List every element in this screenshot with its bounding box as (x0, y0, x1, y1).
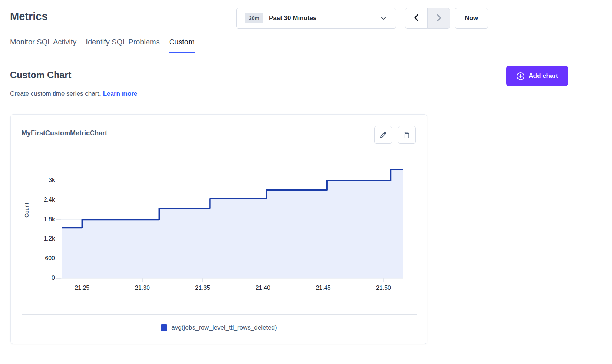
add-chart-label: Add chart (529, 72, 558, 80)
now-button[interactable]: Now (455, 8, 488, 29)
pencil-icon (379, 131, 387, 139)
plus-circle-icon (516, 72, 525, 80)
chart-card: MyFirstCustomMetricChart Count 06001.2k1… (10, 114, 427, 344)
x-tick-label: 21:45 (316, 285, 330, 291)
x-tick-label: 21:50 (376, 285, 391, 291)
time-nav-group (405, 8, 450, 29)
y-tick-label: 600 (45, 255, 55, 262)
x-tick-mark (202, 278, 203, 282)
section-description-text: Create custom time series chart. (10, 90, 101, 97)
add-chart-button[interactable]: Add chart (506, 66, 568, 86)
chevron-down-icon (381, 16, 386, 20)
series-area (62, 169, 403, 278)
tab-identify-sql-problems[interactable]: Identify SQL Problems (86, 38, 159, 53)
x-tick-mark (383, 278, 384, 282)
y-tick-label: 1.2k (44, 235, 55, 242)
x-tick-mark (82, 278, 82, 282)
legend-swatch (161, 324, 167, 331)
chart-canvas (62, 156, 403, 278)
section-description: Create custom time series chart.Learn mo… (10, 90, 137, 97)
trash-icon (403, 131, 411, 139)
tab-bar: Monitor SQL Activity Identify SQL Proble… (10, 38, 195, 53)
metrics-page: Metrics 30m Past 30 Minutes Now Monitor … (0, 0, 612, 364)
x-tick-mark (263, 278, 263, 282)
x-tick-label: 21:40 (256, 285, 270, 291)
prev-range-button[interactable] (405, 8, 428, 29)
tab-monitor-sql-activity[interactable]: Monitor SQL Activity (10, 38, 76, 53)
y-tick-label: 2.4k (44, 196, 55, 203)
y-axis-ticks: 06001.2k1.8k2.4k3k (22, 115, 55, 344)
time-range-select[interactable]: 30m Past 30 Minutes (236, 8, 396, 29)
x-tick-mark (142, 278, 143, 282)
page-title: Metrics (10, 10, 48, 23)
time-range-label: Past 30 Minutes (269, 14, 317, 22)
next-range-button[interactable] (427, 8, 450, 29)
delete-chart-button[interactable] (398, 126, 416, 144)
chart-plot[interactable] (62, 156, 403, 278)
y-tick-label: 3k (49, 177, 55, 183)
edit-chart-button[interactable] (374, 126, 392, 144)
learn-more-link[interactable]: Learn more (103, 90, 138, 97)
legend-divider (22, 314, 417, 315)
tab-custom[interactable]: Custom (169, 38, 195, 53)
x-tick-label: 21:30 (135, 285, 150, 291)
legend-label: avg(jobs_row_level_ttl_rows_deleted) (171, 324, 277, 331)
time-range-badge: 30m (245, 13, 263, 23)
chart-legend[interactable]: avg(jobs_row_level_ttl_rows_deleted) (11, 324, 427, 331)
x-tick-label: 21:25 (75, 285, 89, 291)
section-heading: Custom Chart (10, 70, 71, 80)
x-tick-mark (323, 278, 323, 282)
y-tick-label: 1.8k (44, 216, 55, 223)
chevron-right-icon (435, 14, 442, 23)
tab-bar-divider (10, 54, 565, 54)
chevron-left-icon (413, 14, 420, 23)
y-tick-label: 0 (52, 275, 55, 281)
x-tick-label: 21:35 (195, 285, 210, 291)
